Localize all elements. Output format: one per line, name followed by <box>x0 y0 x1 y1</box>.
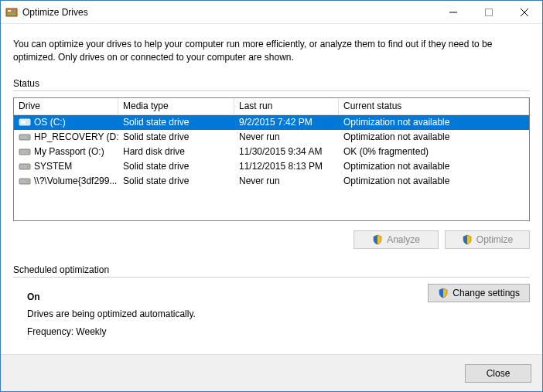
drive-name: HP_RECOVERY (D:) <box>34 131 118 142</box>
column-media[interactable]: Media type <box>118 98 234 114</box>
svg-rect-3 <box>8 13 15 15</box>
drive-icon <box>19 132 31 141</box>
media-type: Hard disk drive <box>118 146 234 157</box>
svg-rect-1 <box>8 10 11 12</box>
schedule-freq: Frequency: Weekly <box>27 323 428 341</box>
svg-rect-5 <box>486 9 493 15</box>
current-status: Optimization not available <box>339 131 529 142</box>
media-type: Solid state drive <box>118 131 234 142</box>
schedule-state: On <box>27 288 428 306</box>
analyze-button[interactable]: Analyze <box>353 230 439 249</box>
column-drive[interactable]: Drive <box>14 98 118 114</box>
svg-rect-2 <box>12 10 15 12</box>
current-status: Optimization not available <box>339 161 529 172</box>
column-status[interactable]: Current status <box>339 98 529 114</box>
window-title: Optimize Drives <box>22 7 435 18</box>
svg-point-15 <box>27 166 29 168</box>
last-run: Never run <box>234 131 339 142</box>
drive-icon <box>19 118 31 127</box>
analyze-label: Analyze <box>387 234 420 245</box>
media-type: Solid state drive <box>118 161 234 172</box>
table-row[interactable]: \\?\Volume{3df299...Solid state driveNev… <box>14 174 529 189</box>
column-last-run[interactable]: Last run <box>234 98 339 114</box>
close-label: Close <box>487 368 511 379</box>
current-status: OK (0% fragmented) <box>339 146 529 157</box>
table-row[interactable]: My Passport (O:)Hard disk drive11/30/201… <box>14 145 529 159</box>
footer: Close <box>1 354 542 391</box>
maximize-button[interactable] <box>471 1 507 23</box>
current-status: Optimization not available <box>339 176 529 186</box>
close-dialog-button[interactable]: Close <box>465 364 531 383</box>
table-row[interactable]: OS (C:)Solid state drive9/2/2015 7:42 PM… <box>14 115 529 130</box>
svg-rect-9 <box>21 121 26 124</box>
drive-name: My Passport (O:) <box>34 146 104 157</box>
drive-icon <box>19 176 31 186</box>
last-run: Never run <box>234 176 339 186</box>
optimize-button[interactable]: Optimize <box>445 230 530 249</box>
table-row[interactable]: HP_RECOVERY (D:)Solid state driveNever r… <box>14 130 529 145</box>
current-status: Optimization not available <box>339 117 529 128</box>
schedule-label: Scheduled optimization <box>13 264 530 275</box>
divider <box>13 277 530 278</box>
drive-name: \\?\Volume{3df299... <box>34 176 117 186</box>
drive-name: SYSTEM <box>34 161 72 172</box>
table-row[interactable]: SYSTEMSolid state drive11/12/2015 8:13 P… <box>14 159 529 174</box>
media-type: Solid state drive <box>118 176 234 186</box>
drive-icon <box>19 147 31 156</box>
svg-point-11 <box>27 137 29 138</box>
status-label: Status <box>13 78 530 89</box>
schedule-desc: Drives are being optimized automatically… <box>27 305 428 323</box>
minimize-button[interactable] <box>435 1 471 23</box>
svg-point-17 <box>27 181 29 182</box>
intro-text: You can optimize your drives to help you… <box>13 38 530 64</box>
svg-rect-0 <box>6 9 17 16</box>
list-header[interactable]: Drive Media type Last run Current status <box>14 98 529 115</box>
drive-name: OS (C:) <box>34 117 66 128</box>
last-run: 11/30/2015 9:34 AM <box>234 146 339 157</box>
optimize-label: Optimize <box>476 234 513 245</box>
last-run: 11/12/2015 8:13 PM <box>234 161 339 172</box>
media-type: Solid state drive <box>118 117 234 128</box>
shield-icon <box>372 234 383 245</box>
drives-list[interactable]: Drive Media type Last run Current status… <box>13 97 530 221</box>
app-icon <box>5 6 18 19</box>
change-settings-label: Change settings <box>452 288 520 298</box>
drive-icon <box>19 162 31 171</box>
window-controls <box>435 1 542 23</box>
svg-point-13 <box>27 152 29 153</box>
divider <box>13 90 530 91</box>
close-button[interactable] <box>507 1 542 23</box>
last-run: 9/2/2015 7:42 PM <box>234 117 339 128</box>
shield-icon <box>438 288 449 298</box>
shield-icon <box>462 234 473 245</box>
change-settings-button[interactable]: Change settings <box>428 284 530 302</box>
titlebar: Optimize Drives <box>1 1 542 24</box>
